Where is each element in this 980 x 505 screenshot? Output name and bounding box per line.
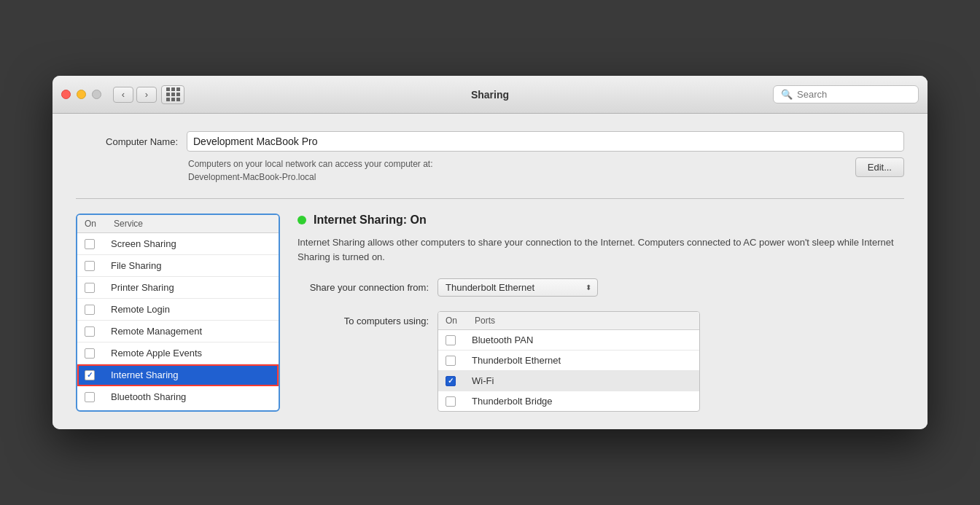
- back-button[interactable]: ‹: [113, 87, 133, 103]
- search-box[interactable]: 🔍: [773, 85, 919, 103]
- checkbox-col: [85, 239, 111, 249]
- printer-sharing-checkbox[interactable]: [85, 283, 95, 293]
- description-text: Internet Sharing allows other computers …: [298, 235, 904, 264]
- share-from-dropdown[interactable]: Thunderbolt Ethernet ⬍: [438, 278, 598, 297]
- service-name: Internet Sharing: [111, 369, 179, 380]
- ports-table: On Ports Bluetooth PAN: [438, 311, 700, 412]
- ports-col-on-header: On: [446, 316, 475, 326]
- port-item[interactable]: Wi-Fi: [438, 371, 699, 391]
- checkbox-col: [85, 283, 111, 293]
- service-name: File Sharing: [111, 260, 161, 271]
- titlebar: ‹ › Sharing 🔍: [52, 76, 928, 114]
- col-on-header: On: [85, 219, 114, 229]
- service-name: Printer Sharing: [111, 282, 174, 293]
- system-preferences-window: ‹ › Sharing 🔍 Computer Name: Computers o…: [52, 76, 928, 429]
- port-checkbox-col: [446, 396, 472, 407]
- list-item[interactable]: File Sharing: [77, 255, 279, 277]
- computer-name-input[interactable]: [187, 131, 904, 152]
- status-dot: [298, 216, 306, 224]
- status-line: Internet Sharing: On: [298, 214, 904, 227]
- service-name: Screen Sharing: [111, 238, 176, 249]
- divider: [76, 198, 904, 199]
- checkbox-col: [85, 326, 111, 337]
- ports-header: On Ports: [438, 312, 699, 330]
- dropdown-arrow-icon: ⬍: [586, 283, 591, 291]
- search-input[interactable]: [797, 89, 911, 100]
- content-area: Computer Name: Computers on your local n…: [52, 114, 928, 429]
- bluetooth-pan-checkbox[interactable]: [446, 335, 456, 345]
- service-list-header: On Service: [77, 215, 279, 233]
- port-name: Thunderbolt Ethernet: [472, 355, 561, 366]
- to-computers-label: To computers using:: [298, 311, 429, 326]
- list-item[interactable]: Remote Apple Events: [77, 342, 279, 364]
- share-from-value: Thunderbolt Ethernet: [446, 282, 534, 293]
- share-from-row: Share your connection from: Thunderbolt …: [298, 278, 904, 297]
- service-list: On Service Screen Sharing File Sharing: [76, 214, 280, 412]
- minimize-button[interactable]: [77, 90, 86, 99]
- window-title: Sharing: [471, 89, 509, 101]
- list-item[interactable]: Printer Sharing: [77, 277, 279, 299]
- port-item[interactable]: Thunderbolt Ethernet: [438, 351, 699, 371]
- port-checkbox-col: [446, 356, 472, 366]
- port-item[interactable]: Thunderbolt Bridge: [438, 391, 699, 411]
- status-title: Internet Sharing: On: [314, 214, 427, 227]
- checkbox-col: [85, 261, 111, 271]
- thunderbolt-bridge-checkbox[interactable]: [446, 396, 456, 407]
- checkbox-col: [85, 305, 111, 315]
- share-from-label: Share your connection from:: [298, 282, 429, 293]
- service-name: Remote Apple Events: [111, 348, 202, 359]
- checkbox-col: [85, 392, 111, 402]
- service-name: Remote Management: [111, 326, 202, 337]
- grid-icon: [166, 87, 180, 101]
- grid-view-button[interactable]: [161, 85, 184, 104]
- window-controls: [61, 90, 101, 99]
- remote-apple-events-checkbox[interactable]: [85, 348, 95, 359]
- thunderbolt-ethernet-checkbox[interactable]: [446, 356, 456, 366]
- close-button[interactable]: [61, 90, 71, 99]
- checkbox-col: [85, 348, 111, 359]
- wifi-checkbox[interactable]: [446, 376, 456, 386]
- port-name: Thunderbolt Bridge: [472, 396, 553, 407]
- port-checkbox-col: [446, 376, 472, 386]
- list-item[interactable]: Remote Management: [77, 321, 279, 342]
- port-checkbox-col: [446, 335, 472, 345]
- port-name: Wi-Fi: [472, 375, 494, 386]
- to-computers-row: To computers using: On Ports Bluetooth P…: [298, 311, 904, 412]
- port-name: Bluetooth PAN: [472, 334, 533, 345]
- nav-buttons: ‹ ›: [113, 87, 157, 103]
- search-icon: 🔍: [781, 89, 793, 100]
- network-info-row: Computers on your local network can acce…: [188, 157, 904, 184]
- bluetooth-sharing-checkbox[interactable]: [85, 392, 95, 402]
- file-sharing-checkbox[interactable]: [85, 261, 95, 271]
- right-panel: Internet Sharing: On Internet Sharing al…: [298, 214, 904, 412]
- network-info-text: Computers on your local network can acce…: [188, 157, 432, 184]
- maximize-button[interactable]: [92, 90, 101, 99]
- remote-login-checkbox[interactable]: [85, 305, 95, 315]
- list-item[interactable]: Internet Sharing: [77, 364, 279, 386]
- remote-management-checkbox[interactable]: [85, 326, 95, 337]
- port-item[interactable]: Bluetooth PAN: [438, 330, 699, 351]
- service-name: Bluetooth Sharing: [111, 391, 186, 402]
- screen-sharing-checkbox[interactable]: [85, 239, 95, 249]
- service-name: Remote Login: [111, 304, 170, 315]
- forward-button[interactable]: ›: [136, 87, 157, 103]
- computer-name-row: Computer Name:: [76, 131, 904, 152]
- main-columns: On Service Screen Sharing File Sharing: [76, 214, 904, 412]
- list-item[interactable]: Screen Sharing: [77, 233, 279, 255]
- checkbox-col: [85, 370, 111, 380]
- computer-name-label: Computer Name:: [76, 136, 178, 147]
- list-item[interactable]: Bluetooth Sharing: [77, 386, 279, 407]
- list-item[interactable]: Remote Login: [77, 299, 279, 321]
- col-service-header: Service: [114, 219, 143, 229]
- ports-col-port-header: Ports: [475, 316, 495, 326]
- internet-sharing-checkbox[interactable]: [85, 370, 95, 380]
- edit-button[interactable]: Edit...: [855, 157, 904, 177]
